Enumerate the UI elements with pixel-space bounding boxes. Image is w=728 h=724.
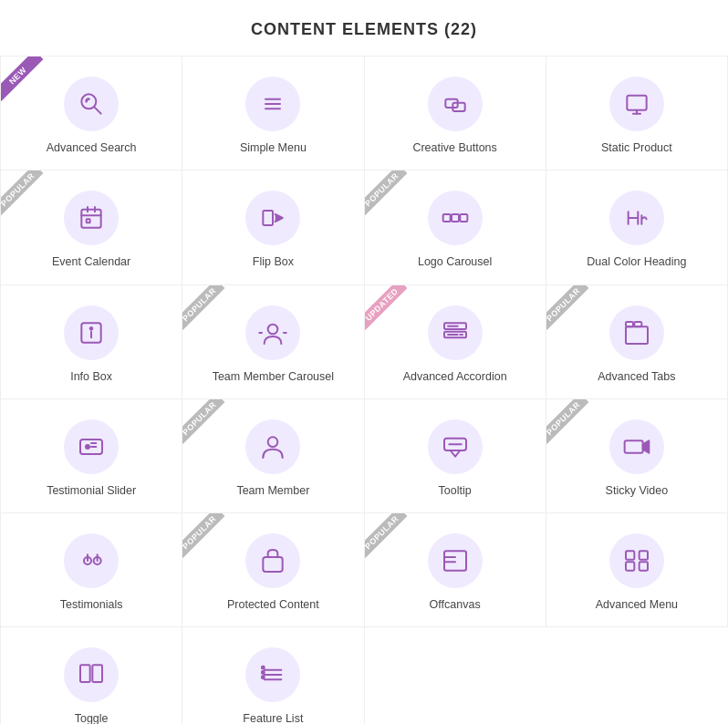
- cell-logo-carousel[interactable]: PopularLogo Carousel: [365, 171, 546, 284]
- badge-team-member-carousel: Popular: [182, 285, 237, 340]
- label-advanced-search: Advanced Search: [47, 140, 137, 155]
- icon-flip-box: [245, 191, 300, 245]
- badge-event-calendar: Popular: [1, 171, 56, 225]
- label-info-box: Info Box: [70, 369, 112, 384]
- icon-logo-carousel: [428, 191, 483, 245]
- label-advanced-tabs: Advanced Tabs: [598, 369, 675, 384]
- cell-static-product[interactable]: Static Product: [546, 57, 728, 171]
- svg-rect-59: [262, 677, 265, 679]
- icon-feature-list: [245, 647, 300, 702]
- label-testimonials: Testimonials: [60, 597, 123, 612]
- icon-team-member: [245, 419, 300, 474]
- badge-team-member: Popular: [182, 399, 237, 454]
- icon-simple-menu: [245, 77, 300, 131]
- cell-testimonials[interactable]: Testimonials: [1, 513, 182, 627]
- cell-toggle[interactable]: Toggle: [1, 627, 182, 724]
- label-event-calendar: Event Calendar: [52, 254, 130, 269]
- cell-simple-menu[interactable]: Simple Menu: [182, 57, 364, 171]
- cell-info-box[interactable]: Info Box: [1, 285, 182, 399]
- svg-point-34: [86, 445, 89, 449]
- label-protected-content: Protected Content: [227, 597, 319, 612]
- label-team-member: Team Member: [236, 483, 309, 498]
- cell-creative-buttons[interactable]: Creative Buttons: [365, 57, 546, 171]
- icon-offcanvas: [428, 533, 483, 588]
- icon-toggle: [64, 647, 119, 702]
- svg-rect-50: [626, 562, 634, 570]
- label-advanced-accordion: Advanced Accordion: [403, 369, 507, 384]
- label-toggle: Toggle: [75, 711, 109, 724]
- icon-event-calendar: [64, 191, 119, 245]
- cell-protected-content[interactable]: PopularProtected Content: [182, 513, 364, 627]
- cell-offcanvas[interactable]: PopularOffcanvas: [365, 513, 546, 627]
- cell-team-member-carousel[interactable]: PopularTeam Member Carousel: [182, 285, 364, 399]
- icon-advanced-tabs: [609, 305, 664, 360]
- icon-dual-color-heading: [609, 191, 664, 245]
- cell-flip-box[interactable]: Flip Box: [182, 171, 364, 284]
- badge-advanced-accordion: Updated: [365, 285, 420, 340]
- label-team-member-carousel: Team Member Carousel: [213, 369, 334, 384]
- elements-grid: NewAdvanced SearchSimple MenuCreative Bu…: [0, 56, 728, 724]
- label-simple-menu: Simple Menu: [240, 140, 307, 155]
- label-sticky-video: Sticky Video: [606, 483, 669, 498]
- label-dual-color-heading: Dual Color Heading: [587, 254, 686, 269]
- label-advanced-menu: Advanced Menu: [596, 597, 678, 612]
- svg-rect-17: [452, 214, 459, 222]
- svg-rect-52: [80, 666, 90, 683]
- icon-info-box: [64, 305, 119, 360]
- label-offcanvas: Offcanvas: [430, 597, 481, 612]
- cell-advanced-tabs[interactable]: PopularAdvanced Tabs: [546, 285, 728, 399]
- label-logo-carousel: Logo Carousel: [418, 254, 492, 269]
- cell-testimonial-slider[interactable]: Testimonial Slider: [1, 399, 182, 513]
- svg-rect-14: [87, 220, 90, 223]
- svg-rect-49: [640, 551, 648, 559]
- svg-rect-10: [81, 210, 100, 228]
- icon-testimonials: [64, 533, 119, 588]
- svg-rect-7: [627, 96, 646, 110]
- svg-point-22: [268, 324, 278, 334]
- label-feature-list: Feature List: [243, 711, 303, 724]
- icon-team-member-carousel: [245, 305, 300, 360]
- svg-line-1: [94, 107, 100, 113]
- cell-advanced-accordion[interactable]: UpdatedAdvanced Accordion: [365, 285, 546, 399]
- cell-sticky-video[interactable]: PopularSticky Video: [546, 399, 728, 513]
- icon-protected-content: [245, 533, 300, 588]
- badge-logo-carousel: Popular: [365, 171, 420, 225]
- label-tooltip: Tooltip: [439, 483, 472, 498]
- icon-testimonial-slider: [64, 419, 119, 474]
- svg-rect-43: [264, 557, 283, 572]
- label-flip-box: Flip Box: [253, 254, 294, 269]
- icon-static-product: [609, 77, 664, 131]
- svg-point-21: [90, 327, 93, 330]
- badge-advanced-search: New: [1, 57, 56, 111]
- cell-advanced-menu[interactable]: Advanced Menu: [546, 513, 728, 627]
- svg-rect-53: [92, 666, 102, 683]
- svg-rect-32: [626, 326, 648, 344]
- svg-point-37: [268, 437, 278, 447]
- badge-advanced-tabs: Popular: [546, 285, 601, 340]
- icon-advanced-menu: [609, 533, 664, 588]
- svg-rect-15: [264, 211, 274, 225]
- cell-tooltip[interactable]: Tooltip: [365, 399, 546, 513]
- svg-rect-18: [460, 214, 467, 222]
- cell-dual-color-heading[interactable]: Dual Color Heading: [546, 171, 728, 284]
- badge-protected-content: Popular: [182, 513, 237, 568]
- cell-team-member[interactable]: PopularTeam Member: [182, 399, 364, 513]
- svg-rect-48: [626, 551, 634, 559]
- icon-sticky-video: [609, 419, 664, 474]
- svg-rect-51: [640, 562, 648, 570]
- icon-advanced-search: [64, 77, 119, 131]
- label-testimonial-slider: Testimonial Slider: [47, 483, 136, 498]
- cell-advanced-search[interactable]: NewAdvanced Search: [1, 57, 182, 171]
- svg-rect-45: [444, 551, 466, 570]
- cell-feature-list[interactable]: Feature List: [182, 627, 364, 724]
- svg-rect-58: [262, 671, 265, 674]
- page-title: CONTENT ELEMENTS (22): [0, 0, 728, 56]
- icon-creative-buttons: [428, 77, 483, 131]
- svg-rect-40: [625, 440, 643, 452]
- label-static-product: Static Product: [601, 140, 672, 155]
- badge-sticky-video: Popular: [546, 399, 601, 454]
- cell-event-calendar[interactable]: PopularEvent Calendar: [1, 171, 182, 284]
- icon-tooltip: [428, 419, 483, 474]
- label-creative-buttons: Creative Buttons: [412, 140, 496, 155]
- icon-advanced-accordion: [428, 305, 483, 360]
